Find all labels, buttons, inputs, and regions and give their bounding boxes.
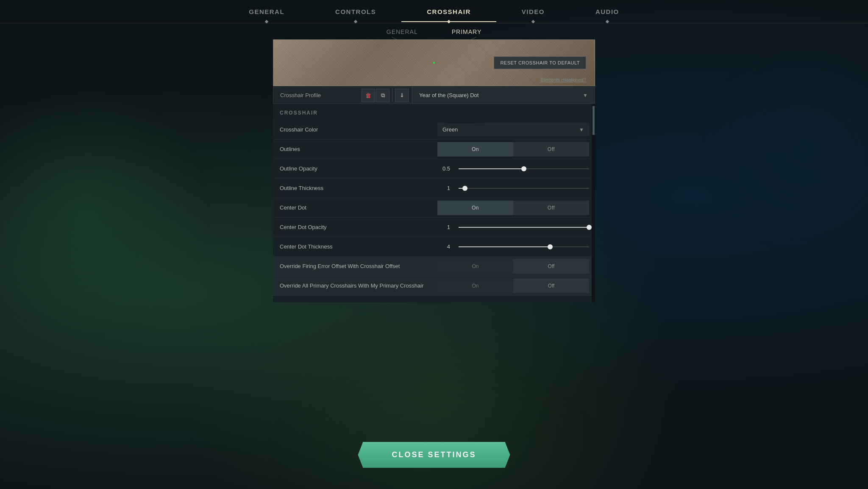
vertical-divider [392,89,392,102]
scrollbar-track [592,104,595,302]
trash-icon: 🗑 [365,92,371,99]
inner-lines-section-title: INNER LINES [273,296,593,302]
copy-icon: ⧉ [381,92,385,99]
override-primary-on-button[interactable]: On [437,279,513,293]
crosshair-dot [433,62,435,64]
settings-scroll-area[interactable]: Crosshair Color Green ▼ Outlines [273,120,595,302]
outline-opacity-value: 0.5 [437,165,450,172]
dropdown-chevron-icon: ▼ [583,92,588,98]
profile-label: Crosshair Profile [273,87,358,103]
crosshair-preview: RESET CROSSHAIR TO DEFAULT Elements misa… [273,39,595,86]
import-profile-button[interactable]: ⇓ [395,89,409,102]
nav-item-crosshair[interactable]: CROSSHAIR [401,1,496,22]
override-primary-toggle-group: On Off [437,279,589,293]
override-primary-off-button[interactable]: Off [513,279,589,293]
delete-profile-button[interactable]: 🗑 [362,89,375,102]
profile-icons: 🗑 ⧉ ⇓ [358,89,412,102]
nav-label-video: VIDEO [522,8,545,15]
outlines-toggle-group: On Off [437,142,589,156]
setting-center-dot: Center Dot On Off [273,198,593,218]
outline-opacity-slider[interactable] [459,168,589,169]
outline-thickness-value: 1 [437,185,450,191]
outlines-on-button[interactable]: On [437,142,513,156]
setting-outline-thickness: Outline Thickness 1 [273,179,593,198]
scrollbar-thumb[interactable] [593,106,595,135]
close-settings-button[interactable]: CLOSE SETTINGS [358,442,510,468]
close-settings-container: CLOSE SETTINGS [358,442,510,468]
profile-dropdown[interactable]: Year of the (Square) Dot ▼ [412,87,595,103]
nav-item-general[interactable]: GENERAL [223,1,310,22]
crosshair-color-dropdown[interactable]: Green ▼ [437,123,589,136]
nav-label-audio: AUDIO [595,8,619,15]
nav-label-controls: CONTROLS [335,8,376,15]
crosshair-profile-row: Crosshair Profile 🗑 ⧉ ⇓ Year of the (Squ… [273,87,595,104]
center-dot-thickness-slider[interactable] [459,246,589,247]
setting-override-firing-error: Override Firing Error Offset With Crossh… [273,257,593,276]
setting-center-dot-opacity: Center Dot Opacity 1 [273,218,593,237]
crosshair-section-title: CROSSHAIR [273,104,595,120]
setting-center-dot-thickness: Center Dot Thickness 4 [273,237,593,257]
setting-crosshair-color: Crosshair Color Green ▼ [273,120,593,140]
setting-outline-opacity: Outline Opacity 0.5 [273,159,593,179]
center-dot-on-button[interactable]: On [437,201,513,215]
center-dot-toggle-group: On Off [437,201,589,215]
color-dropdown-chevron: ▼ [579,127,584,133]
center-dot-off-button[interactable]: Off [513,201,589,215]
elements-misaligned-link[interactable]: Elements misaligned? [540,77,586,82]
nav-label-general: GENERAL [249,8,284,15]
outline-thickness-slider[interactable] [459,188,589,189]
center-dot-thickness-value: 4 [437,243,450,250]
settings-panel: CROSSHAIR Crosshair Color Green ▼ Ou [273,104,595,302]
nav-item-video[interactable]: VIDEO [496,1,570,22]
outlines-off-button[interactable]: Off [513,142,589,156]
copy-profile-button[interactable]: ⧉ [376,89,389,102]
reset-crosshair-button[interactable]: RESET CROSSHAIR TO DEFAULT [494,56,586,69]
import-icon: ⇓ [400,92,404,98]
override-firing-off-button[interactable]: Off [513,259,589,274]
override-firing-toggle-group: On Off [437,259,589,274]
setting-override-all-primary: Override All Primary Crosshairs With My … [273,276,593,296]
nav-item-audio[interactable]: AUDIO [570,1,645,22]
override-firing-on-button[interactable]: On [437,259,513,274]
nav-label-crosshair: CROSSHAIR [427,8,471,15]
sub-navigation: GENERAL PRIMARY [273,23,595,39]
center-dot-opacity-value: 1 [437,224,450,230]
top-navigation: GENERAL CONTROLS CROSSHAIR VIDEO AUDIO [0,0,868,23]
nav-item-controls[interactable]: CONTROLS [310,1,401,22]
center-dot-opacity-slider[interactable] [459,227,589,228]
setting-outlines: Outlines On Off [273,140,593,159]
